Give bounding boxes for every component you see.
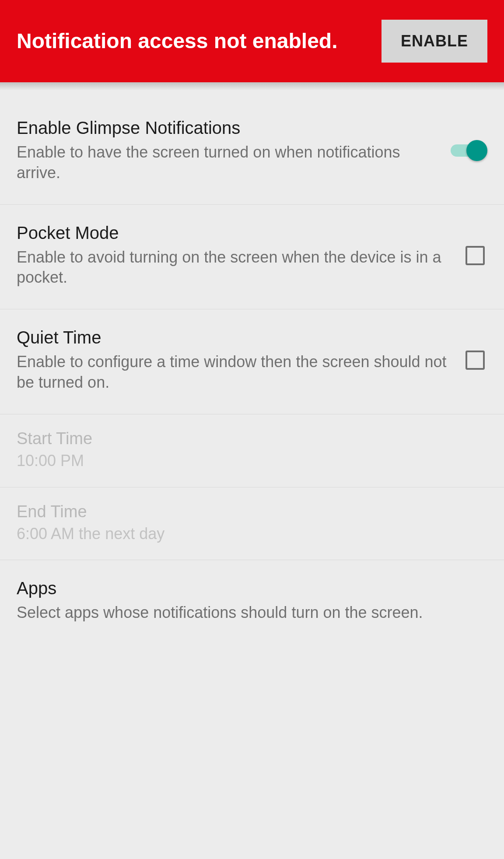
- setting-title: Quiet Time: [17, 328, 455, 347]
- setting-glimpse-notifications[interactable]: Enable Glimpse Notifications Enable to h…: [0, 100, 504, 205]
- setting-title: Pocket Mode: [17, 223, 455, 243]
- setting-description: Select apps whose notifications should t…: [17, 603, 477, 623]
- setting-text: End Time 6:00 AM the next day: [17, 502, 487, 544]
- setting-text: Quiet Time Enable to configure a time wi…: [17, 328, 466, 393]
- setting-text: Apps Select apps whose notifications sho…: [17, 579, 487, 623]
- pocket-mode-checkbox[interactable]: [466, 246, 485, 265]
- notification-access-banner: Notification access not enabled. ENABLE: [0, 0, 504, 82]
- banner-message: Notification access not enabled.: [17, 29, 382, 53]
- quiet-time-checkbox[interactable]: [466, 351, 485, 370]
- setting-title: Apps: [17, 579, 477, 598]
- setting-text: Start Time 10:00 PM: [17, 429, 487, 471]
- setting-description: Enable to avoid turning on the screen wh…: [17, 247, 455, 288]
- switch-thumb: [466, 140, 487, 161]
- enable-button[interactable]: ENABLE: [382, 20, 487, 63]
- setting-title: Enable Glimpse Notifications: [17, 118, 440, 138]
- glimpse-switch[interactable]: [451, 139, 487, 162]
- setting-quiet-time[interactable]: Quiet Time Enable to configure a time wi…: [0, 309, 504, 414]
- setting-title: Start Time: [17, 429, 477, 448]
- setting-apps[interactable]: Apps Select apps whose notifications sho…: [0, 560, 504, 644]
- setting-title: End Time: [17, 502, 477, 521]
- setting-value: 10:00 PM: [17, 451, 477, 471]
- setting-description: Enable to have the screen turned on when…: [17, 142, 440, 183]
- setting-pocket-mode[interactable]: Pocket Mode Enable to avoid turning on t…: [0, 205, 504, 310]
- settings-list: Enable Glimpse Notifications Enable to h…: [0, 90, 504, 644]
- setting-description: Enable to configure a time window then t…: [17, 352, 455, 393]
- setting-start-time: Start Time 10:00 PM: [0, 414, 504, 487]
- banner-shadow: [0, 82, 504, 90]
- setting-text: Enable Glimpse Notifications Enable to h…: [17, 118, 451, 183]
- setting-text: Pocket Mode Enable to avoid turning on t…: [17, 223, 466, 288]
- setting-end-time: End Time 6:00 AM the next day: [0, 487, 504, 561]
- setting-value: 6:00 AM the next day: [17, 524, 477, 544]
